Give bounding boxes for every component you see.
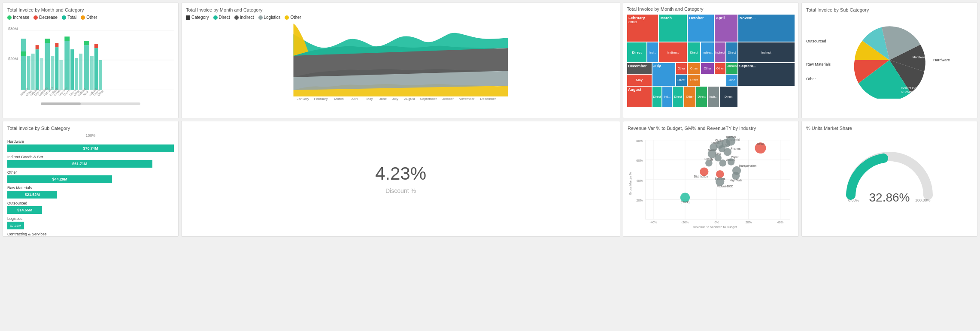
bar-row-indirect: Indirect Goods & Ser... $61.71M (7, 155, 174, 168)
discount-area: 4.23% Discount % (375, 126, 426, 232)
chart7-card: Revenue Var % to Budget, GM% and Revenue… (623, 121, 799, 237)
svg-text:-20%: -20% (681, 220, 689, 224)
chart5-area: 100% Hardware $70.74M Indirect Goods & S… (7, 133, 174, 237)
legend-decrease: Decrease (33, 15, 58, 20)
svg-text:(Blank): (Blank) (681, 201, 689, 205)
svg-text:$30M: $30M (8, 27, 18, 31)
svg-rect-16 (55, 43, 58, 47)
chart2-legend: Category Direct Indirect Logistics Other (186, 15, 616, 20)
bar-row-hardware: Hardware $70.74M (7, 139, 174, 152)
legend-direct2: Direct (213, 15, 230, 20)
svg-text:40%: 40% (636, 179, 643, 183)
legend-total-label: Total (67, 15, 76, 20)
treemap-area: February Other March October April Novem… (627, 14, 795, 108)
svg-rect-24 (84, 41, 89, 45)
svg-text:Transportation: Transportation (739, 165, 757, 168)
treemap-other-2: Other (687, 63, 701, 74)
svg-text:& Services: & Services (901, 90, 914, 93)
legend-indirect2: Indirect (234, 15, 254, 20)
svg-rect-17 (59, 60, 63, 90)
decrease-dot (33, 15, 38, 20)
treemap-march: March (658, 14, 687, 42)
legend-other2-label: Other (290, 15, 301, 20)
svg-text:Retail: Retail (757, 142, 764, 145)
gauge-value: 32.86% (869, 191, 910, 205)
svg-text:May: May (367, 97, 373, 101)
bar-other: $44.29M (7, 175, 112, 183)
scatter-svg: Gross Margin % Revenue % Variance to Bud… (628, 133, 794, 232)
svg-text:0.00%: 0.00% (848, 198, 859, 202)
legend-cat-label: Category (191, 15, 209, 20)
treemap-january: January (726, 63, 737, 74)
treemap-april: April (714, 14, 738, 42)
treemap-ind-aug: Ind... (662, 86, 672, 108)
svg-rect-5 (21, 39, 26, 90)
svg-rect-14 (51, 56, 54, 90)
svg-rect-18 (64, 41, 70, 90)
legend-direct2-label: Direct (219, 15, 230, 20)
treemap-direct-bot: Direct (672, 86, 684, 108)
pie-label-outsourced: Outsourced (806, 39, 846, 43)
svg-text:August: August (404, 97, 416, 101)
increase-dot (7, 15, 12, 20)
svg-text:-40%: -40% (649, 220, 657, 224)
chart1-svg: $30M $20M (7, 21, 174, 101)
legend-logistics2-label: Logistics (264, 15, 281, 20)
svg-text:June: June (379, 97, 387, 101)
bar-label-outsourced: Outsourced (7, 201, 174, 205)
svg-rect-15 (55, 47, 58, 90)
chart8-title: % Units Market Share (806, 126, 973, 131)
chart5-card: Total Invoice by Sub Category 100% Hardw… (3, 121, 179, 237)
svg-rect-22 (79, 54, 82, 90)
chart2-title: Total Invoice by Month and Category (186, 7, 616, 12)
chart2-svg: January February March April May June Ju… (186, 21, 616, 101)
bar-hardware: $70.74M (7, 144, 174, 152)
chart4-labels: Outsourced Raw Materials Other (806, 39, 846, 81)
svg-rect-26 (94, 48, 98, 90)
treemap-august: August (627, 86, 652, 108)
legend-other: Other (81, 15, 97, 20)
treemap-direct-sep: Direct (719, 86, 738, 108)
total-dot (62, 15, 66, 20)
bar-label-logistics: Logistics (7, 217, 174, 221)
svg-text:Paper: Paper (731, 156, 739, 159)
svg-point-93 (705, 159, 713, 167)
svg-text:Hardware: Hardware (913, 55, 927, 59)
svg-rect-27 (94, 44, 98, 48)
bar-label-hardware: Hardware (7, 139, 174, 144)
chart1-scrollbar[interactable] (41, 102, 141, 105)
other-dot (81, 15, 85, 20)
svg-rect-25 (90, 56, 94, 90)
svg-text:Telecom: Telecom (725, 135, 736, 138)
svg-text:20%: 20% (636, 199, 643, 202)
chart3-card: Total Invoice by Month and Category Febr… (623, 3, 799, 118)
svg-text:April: April (352, 97, 358, 101)
legend-increase: Increase (7, 15, 29, 20)
svg-rect-12 (45, 43, 50, 90)
treemap-september: Septem... (738, 63, 795, 86)
legend-total: Total (62, 15, 76, 20)
bar-label-raw: Raw Materials (7, 186, 174, 190)
discount-value: 4.23% (375, 163, 426, 184)
svg-rect-23 (84, 45, 89, 90)
svg-text:March: March (334, 97, 344, 101)
svg-text:January: January (297, 97, 309, 101)
scatter-area: Gross Margin % Revenue % Variance to Bud… (628, 133, 794, 232)
cat-sq (186, 15, 190, 20)
treemap-july: July (652, 63, 676, 86)
legend-cat: Category (186, 15, 209, 20)
chart4-title: Total Invoice by Sub Category (806, 7, 973, 12)
treemap-direct-oct: Direct (676, 74, 687, 86)
svg-text:60%: 60% (636, 159, 643, 163)
svg-text:Gross Margin %: Gross Margin % (628, 172, 632, 195)
treemap-direct-aug: Direct (652, 86, 662, 108)
svg-text:40%: 40% (777, 220, 783, 224)
svg-rect-20 (70, 49, 74, 90)
svg-point-97 (728, 158, 735, 166)
chart1-area: $30M $20M (7, 21, 174, 101)
chart4-area: Outsourced Raw Materials Other (806, 15, 973, 105)
svg-text:Pharma: Pharma (731, 147, 740, 150)
treemap-indirect-1: Indirect (658, 42, 687, 63)
chart3-title: Total Invoice by Month and Category (627, 6, 795, 12)
treemap-may: May (627, 74, 652, 86)
